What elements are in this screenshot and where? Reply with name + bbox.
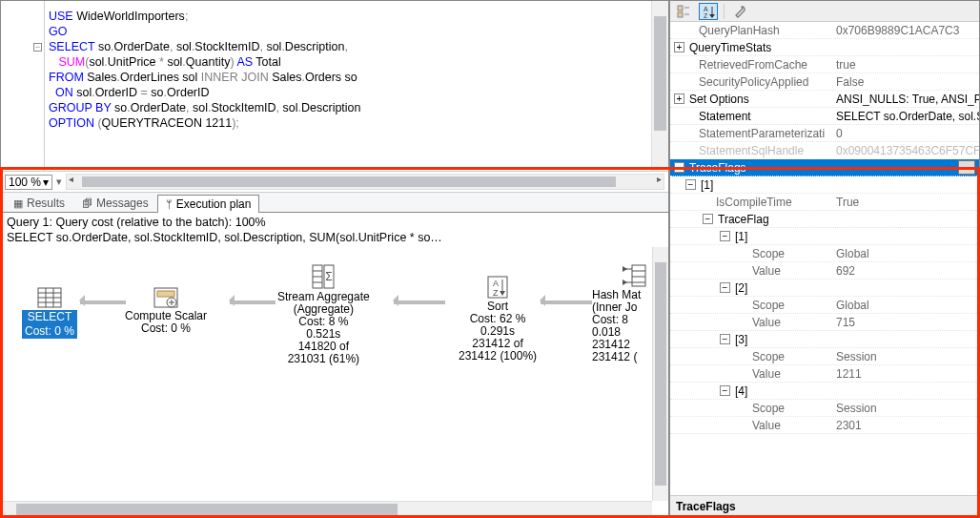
code-gutter: − xyxy=(1,1,45,171)
wrench-icon xyxy=(733,5,746,18)
prop-tf-scope[interactable]: ScopeSession xyxy=(670,348,979,365)
properties-button[interactable] xyxy=(730,3,749,20)
prop-row[interactable]: StatementSqlHandle0x0900413735463C6F57CF… xyxy=(670,142,979,159)
prop-name-label: [4] xyxy=(735,384,747,398)
prop-tf-value[interactable]: Value2301 xyxy=(670,417,979,434)
collapse-icon[interactable]: − xyxy=(685,179,696,190)
editor-vscroll[interactable] xyxy=(651,1,668,171)
plan-node-sort[interactable]: AZ Sort Cost: 62 % 0.291s 231412 of 2314… xyxy=(459,276,537,363)
select-icon xyxy=(37,287,62,308)
tab-results[interactable]: ▦ Results xyxy=(5,194,73,212)
tab-execution-plan[interactable]: ᛘ Execution plan xyxy=(157,195,260,213)
expand-icon[interactable]: + xyxy=(674,93,684,104)
plan-arrow xyxy=(80,300,126,310)
prop-name-label: Value xyxy=(752,419,781,432)
aggregate-icon: Σ xyxy=(312,264,335,289)
collapse-icon[interactable]: − xyxy=(674,162,684,173)
code-editor[interactable]: − USE WideWorldImporters;GOSELECT so.Ord… xyxy=(1,1,668,171)
prop-tf-index[interactable]: −[3] xyxy=(670,331,979,348)
execution-plan-canvas[interactable]: SELECT Cost: 0 % Compute Scalar Cost: 0 … xyxy=(1,247,668,517)
prop-value: Global xyxy=(832,299,979,312)
prop-tf-scope[interactable]: ScopeGlobal xyxy=(670,245,979,262)
prop-traceflags-array[interactable]: −[1] xyxy=(670,176,979,194)
prop-row[interactable]: +Set OptionsANSI_NULLS: True, ANSI_PA xyxy=(670,91,979,108)
prop-tf-scope[interactable]: ScopeGlobal xyxy=(670,297,979,314)
prop-name-label: Value xyxy=(752,264,781,278)
query-text-line: SELECT so.OrderDate, sol.StockItemID, so… xyxy=(7,230,663,245)
svg-text:Σ: Σ xyxy=(326,270,333,283)
collapse-icon[interactable]: − xyxy=(720,385,730,396)
prop-value: 0x0900413735463C6F57CF4 xyxy=(832,144,979,157)
collapse-icon[interactable]: − xyxy=(720,231,730,241)
editor-hscroll[interactable] xyxy=(66,174,664,190)
prop-value: 0x706B9889C1ACA7C3 xyxy=(832,24,979,37)
prop-name-label: Statement xyxy=(699,110,751,123)
prop-name-label: Scope xyxy=(752,350,785,363)
prop-name-label: [3] xyxy=(735,333,747,346)
prop-name-label: TraceFlags xyxy=(689,161,746,175)
plan-select-cost: Cost: 0 % xyxy=(22,324,77,339)
prop-tf-scope[interactable]: ScopeSession xyxy=(670,400,979,417)
prop-row[interactable]: StatementParameterizati0 xyxy=(670,125,979,142)
prop-value: 0 xyxy=(832,127,979,140)
prop-name-label: StatementParameterizati xyxy=(699,127,825,140)
plan-arrow xyxy=(230,300,276,310)
prop-name-label: Scope xyxy=(752,247,785,260)
categorized-button[interactable] xyxy=(674,3,693,20)
prop-traceflags[interactable]: −TraceFlags … xyxy=(670,159,979,176)
prop-name-label: [1] xyxy=(701,178,713,192)
plan-node-hash[interactable]: Hash Mat (Inner Jo Cost: 8 0.018 231412 … xyxy=(592,264,647,363)
plan-hscroll[interactable] xyxy=(1,501,652,517)
prop-traceflag-group[interactable]: −TraceFlag xyxy=(670,211,979,228)
prop-name-label: TraceFlag xyxy=(718,213,769,226)
prop-row[interactable]: SecurityPolicyAppliedFalse xyxy=(670,73,979,91)
editor-pane: − USE WideWorldImporters;GOSELECT so.Ord… xyxy=(0,0,669,518)
prop-name-label: Scope xyxy=(752,299,785,312)
prop-value: Global xyxy=(832,247,979,260)
prop-value: 715 xyxy=(832,316,979,329)
plan-compute-cost: Cost: 0 % xyxy=(125,322,207,335)
plan-vscroll[interactable] xyxy=(652,247,668,501)
ellipsis-button[interactable]: … xyxy=(958,160,975,175)
prop-tf-index[interactable]: −[4] xyxy=(670,383,979,400)
prop-tf-value[interactable]: Value692 xyxy=(670,262,979,280)
expand-icon[interactable]: + xyxy=(674,42,684,52)
tab-results-label: Results xyxy=(27,197,65,210)
compute-icon xyxy=(153,287,178,308)
prop-value: SELECT so.OrderDate, sol.S xyxy=(832,110,979,123)
prop-tf-index[interactable]: −[2] xyxy=(670,280,979,297)
prop-row[interactable]: StatementSELECT so.OrderDate, sol.S xyxy=(670,108,979,125)
zoom-value: 100 % xyxy=(9,176,41,189)
plan-node-aggregate[interactable]: Σ Stream Aggregate (Aggregate) Cost: 8 %… xyxy=(277,264,370,365)
svg-text:Z: Z xyxy=(493,288,499,298)
collapse-icon[interactable]: − xyxy=(720,334,730,344)
prop-iscompiletime[interactable]: IsCompileTime True xyxy=(670,194,979,211)
svg-marker-29 xyxy=(623,280,627,285)
svg-rect-31 xyxy=(678,12,683,17)
prop-row[interactable]: QueryPlanHash0x706B9889C1ACA7C3 xyxy=(670,22,979,39)
prop-value: Session xyxy=(832,350,979,363)
prop-tf-index[interactable]: −[1] xyxy=(670,228,979,245)
collapse-icon[interactable]: − xyxy=(703,214,713,224)
prop-tf-value[interactable]: Value1211 xyxy=(670,365,979,383)
alphabetical-button[interactable]: AZ xyxy=(699,3,718,20)
collapse-icon[interactable]: − xyxy=(720,282,730,293)
svg-text:A: A xyxy=(704,6,708,12)
prop-row[interactable]: +QueryTimeStats xyxy=(670,39,979,56)
tab-plan-label: Execution plan xyxy=(176,197,252,211)
plan-node-compute[interactable]: Compute Scalar Cost: 0 % xyxy=(125,287,207,335)
prop-value: True xyxy=(832,196,979,209)
code-text[interactable]: USE WideWorldImporters;GOSELECT so.Order… xyxy=(45,1,651,171)
properties-grid[interactable]: QueryPlanHash0x706B9889C1ACA7C3+QueryTim… xyxy=(670,22,979,495)
prop-value: False xyxy=(832,75,979,89)
result-tabs: ▦ Results 🗐 Messages ᛘ Execution plan xyxy=(1,192,668,213)
zoom-dropdown[interactable]: 100 % ▾ xyxy=(5,175,52,190)
dropdown-minus-icon[interactable]: ▾ xyxy=(56,176,62,188)
tab-messages[interactable]: 🗐 Messages xyxy=(73,194,157,212)
prop-name-label: [1] xyxy=(735,230,747,243)
prop-tf-value[interactable]: Value715 xyxy=(670,314,979,331)
prop-value: true xyxy=(832,58,979,72)
plan-node-select[interactable]: SELECT Cost: 0 % xyxy=(22,287,77,339)
prop-row[interactable]: RetrievedFromCachetrue xyxy=(670,56,979,73)
collapse-icon[interactable]: − xyxy=(33,43,42,52)
